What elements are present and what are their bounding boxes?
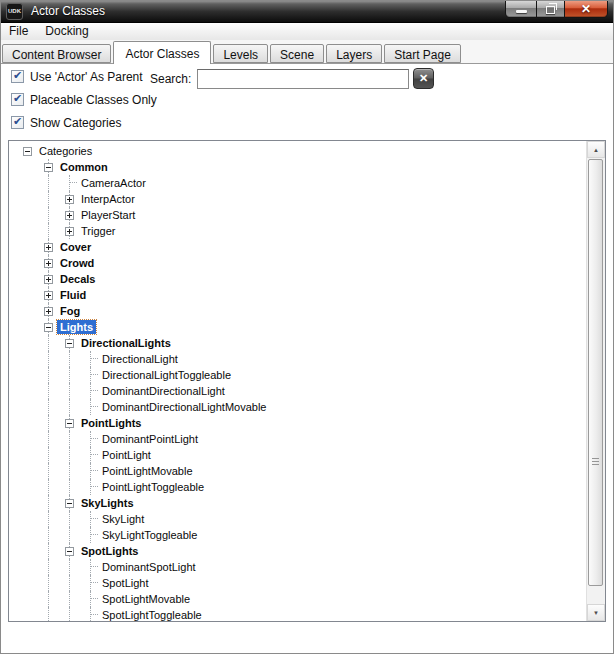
tree-item-spotlights[interactable]: SpotLights	[78, 544, 141, 558]
collapse-icon[interactable]	[65, 419, 74, 428]
collapse-icon[interactable]	[44, 163, 53, 172]
tree-row[interactable]: SkyLightToggleable	[9, 527, 587, 543]
tab-levels[interactable]: Levels	[213, 44, 268, 63]
close-button[interactable]: ✕	[565, 0, 608, 18]
tree-row[interactable]: DominantPointLight	[9, 431, 587, 447]
tree-item-pointlighttoggleable[interactable]: PointLightToggleable	[99, 480, 207, 494]
tree-row[interactable]: Categories	[9, 143, 587, 159]
expand-icon[interactable]	[65, 211, 74, 220]
tree-row[interactable]: DirectionalLights	[9, 335, 587, 351]
clear-search-button[interactable]: ✕	[413, 68, 434, 89]
tree-item-dominantspotlight[interactable]: DominantSpotLight	[99, 560, 199, 574]
tree-row[interactable]: DominantSpotLight	[9, 559, 587, 575]
collapse-icon[interactable]	[65, 339, 74, 348]
tree-item-pointlightmovable[interactable]: PointLightMovable	[99, 464, 196, 478]
tree-item-skylighttoggleable[interactable]: SkyLightToggleable	[99, 528, 200, 542]
tree-guide-line	[69, 367, 71, 383]
tree-row[interactable]: PointLight	[9, 447, 587, 463]
tree-item-skylight[interactable]: SkyLight	[99, 512, 147, 526]
tree-row[interactable]: Cover	[9, 239, 587, 255]
tab-layers[interactable]: Layers	[326, 44, 382, 63]
tree-item-dominantdirectionallightmovable[interactable]: DominantDirectionalLightMovable	[99, 400, 269, 414]
tree-row[interactable]: DominantDirectionalLightMovable	[9, 399, 587, 415]
tree-item-directionallighttoggleable[interactable]: DirectionalLightToggleable	[99, 368, 234, 382]
tab-actor-classes[interactable]: Actor Classes	[113, 41, 211, 64]
tree-scrollbar[interactable]: ▲ ▼	[586, 141, 605, 621]
filter-row-placeable-classes-only: ✔Placeable Classes Only	[11, 92, 157, 107]
tree-item-interpactor[interactable]: InterpActor	[78, 192, 138, 206]
tree-item-dominantdirectionallight[interactable]: DominantDirectionalLight	[99, 384, 228, 398]
tree-item-spotlighttoggleable[interactable]: SpotLightToggleable	[99, 608, 205, 621]
tree-item-pointlights[interactable]: PointLights	[78, 416, 145, 430]
minimize-button[interactable]	[505, 0, 536, 18]
tree-row[interactable]: SkyLights	[9, 495, 587, 511]
tree-item-pointlight[interactable]: PointLight	[99, 448, 154, 462]
tree-row[interactable]: CameraActor	[9, 175, 587, 191]
tree-row[interactable]: SpotLightMovable	[9, 591, 587, 607]
tree-row[interactable]: DirectionalLight	[9, 351, 587, 367]
tree-row[interactable]: SpotLights	[9, 543, 587, 559]
expand-icon[interactable]	[44, 275, 53, 284]
tree-item-fluid[interactable]: Fluid	[57, 288, 89, 302]
scroll-thumb[interactable]	[588, 159, 603, 586]
tab-start-page[interactable]: Start Page	[384, 44, 461, 63]
scroll-up-button[interactable]: ▲	[587, 141, 605, 158]
collapse-icon[interactable]	[44, 323, 53, 332]
tree-row[interactable]: DirectionalLightToggleable	[9, 367, 587, 383]
tree-item-decals[interactable]: Decals	[57, 272, 98, 286]
tab-content-browser[interactable]: Content Browser	[2, 44, 111, 63]
search-input[interactable]	[197, 69, 409, 89]
tree-row[interactable]: Fog	[9, 303, 587, 319]
tree-row[interactable]: InterpActor	[9, 191, 587, 207]
tree-item-trigger[interactable]: Trigger	[78, 224, 118, 238]
tree-guide-line	[48, 175, 50, 191]
tree-row[interactable]: PointLights	[9, 415, 587, 431]
expand-icon[interactable]	[44, 307, 53, 316]
tree-connector	[86, 607, 99, 621]
tree-item-categories[interactable]: Categories	[36, 144, 95, 158]
expand-icon[interactable]	[65, 227, 74, 236]
expand-icon[interactable]	[65, 195, 74, 204]
expand-icon[interactable]	[44, 259, 53, 268]
tree-row[interactable]: SpotLightToggleable	[9, 607, 587, 621]
tree-row[interactable]: Crowd	[9, 255, 587, 271]
tree-row[interactable]: Fluid	[9, 287, 587, 303]
tree-item-lights[interactable]: Lights	[57, 320, 96, 334]
tree-row[interactable]: Lights	[9, 319, 587, 335]
checkbox-use-actor-as-parent[interactable]: ✔	[11, 70, 24, 83]
menu-item-docking[interactable]: Docking	[45, 24, 88, 38]
expand-icon[interactable]	[44, 291, 53, 300]
tree-row[interactable]: SkyLight	[9, 511, 587, 527]
tree-row[interactable]: Trigger	[9, 223, 587, 239]
tree-item-dominantpointlight[interactable]: DominantPointLight	[99, 432, 201, 446]
tree-row[interactable]: DominantDirectionalLight	[9, 383, 587, 399]
tree-row[interactable]: Common	[9, 159, 587, 175]
collapse-icon[interactable]	[65, 499, 74, 508]
tree-item-fog[interactable]: Fog	[57, 304, 83, 318]
tree-item-cover[interactable]: Cover	[57, 240, 94, 254]
tree-item-cameraactor[interactable]: CameraActor	[78, 176, 149, 190]
restore-button[interactable]	[536, 0, 565, 18]
tree-item-spotlightmovable[interactable]: SpotLightMovable	[99, 592, 193, 606]
checkbox-placeable-classes-only[interactable]: ✔	[11, 93, 24, 106]
tree-row[interactable]: Decals	[9, 271, 587, 287]
expand-icon[interactable]	[44, 243, 53, 252]
menu-item-file[interactable]: File	[9, 24, 28, 38]
title-bar[interactable]: UDK Actor Classes ✕	[0, 0, 614, 23]
collapse-icon[interactable]	[23, 147, 32, 156]
scroll-down-button[interactable]: ▼	[587, 604, 605, 621]
tab-scene[interactable]: Scene	[270, 44, 324, 63]
tree-item-crowd[interactable]: Crowd	[57, 256, 97, 270]
collapse-icon[interactable]	[65, 547, 74, 556]
tree-row[interactable]: PointLightMovable	[9, 463, 587, 479]
tree-item-spotlight[interactable]: SpotLight	[99, 576, 151, 590]
tree-row[interactable]: PointLightToggleable	[9, 479, 587, 495]
tree-item-playerstart[interactable]: PlayerStart	[78, 208, 138, 222]
tree-item-directionallights[interactable]: DirectionalLights	[78, 336, 174, 350]
checkbox-show-categories[interactable]: ✔	[11, 116, 24, 129]
tree-item-directionallight[interactable]: DirectionalLight	[99, 352, 181, 366]
tree-item-skylights[interactable]: SkyLights	[78, 496, 137, 510]
tree-item-common[interactable]: Common	[57, 160, 111, 174]
tree-row[interactable]: SpotLight	[9, 575, 587, 591]
tree-row[interactable]: PlayerStart	[9, 207, 587, 223]
